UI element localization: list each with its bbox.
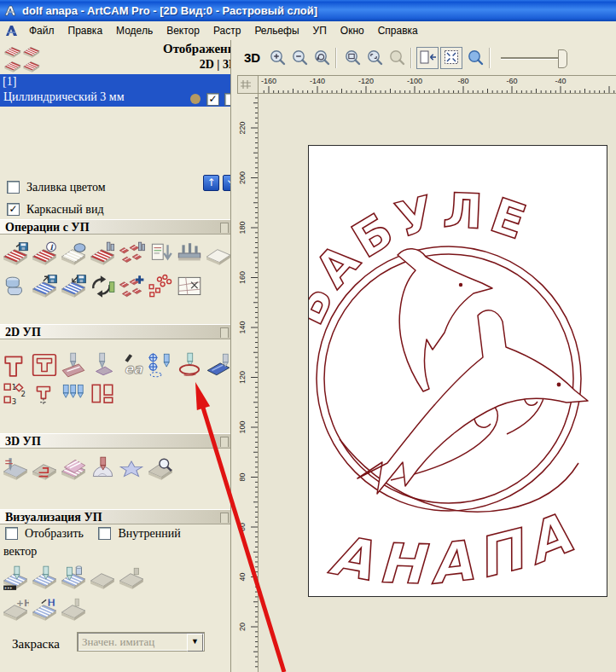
svg-text:40: 40 <box>238 572 247 581</box>
menu-правка[interactable]: Правка <box>61 22 110 39</box>
profile-toolpath-icon[interactable] <box>2 352 29 378</box>
reset-block-icon[interactable] <box>118 565 145 591</box>
menu-уп[interactable]: УП <box>306 22 334 39</box>
layer-color-swatch[interactable] <box>190 94 200 104</box>
toolpath-template-icon[interactable] <box>60 241 87 267</box>
selected-layer-row[interactable]: [1] Циллиндрический 3 мм ✓ <box>0 74 230 107</box>
nest-rectangles-icon[interactable] <box>89 381 116 407</box>
machining-order-icon[interactable]: 123 <box>2 381 29 407</box>
bitmap-layers-icon[interactable] <box>3 42 46 74</box>
section-2d-toolpaths[interactable]: 2D УП <box>0 324 230 339</box>
switch-3d-view-button[interactable]: 3D <box>244 50 260 65</box>
fill-color-checkbox[interactable] <box>7 181 20 194</box>
ruler-origin-box[interactable] <box>237 75 259 94</box>
menu-рельефы[interactable]: Рельефы <box>247 22 305 39</box>
vcarve-icon[interactable] <box>60 352 87 378</box>
load-block-icon[interactable]: +H <box>2 597 29 623</box>
svg-text:20: 20 <box>238 623 247 631</box>
simulate-all-icon[interactable] <box>60 565 87 591</box>
zoom-slider[interactable] <box>501 48 567 68</box>
model-page[interactable]: БАБУЛЕ АНАПА <box>308 145 607 597</box>
shading-combobox[interactable]: Значен. имитац ▼ <box>77 632 205 652</box>
arc-text-bottom: АНАПА <box>325 499 587 596</box>
zoom-selection-icon[interactable] <box>386 48 406 68</box>
visualization-checkboxes: Отобразить Внутренний <box>5 526 181 541</box>
inlay-icon[interactable] <box>205 352 230 378</box>
blank-block-icon[interactable] <box>89 565 116 591</box>
zoom-previous-icon[interactable] <box>311 48 331 68</box>
menu-растр[interactable]: Растр <box>206 22 247 39</box>
zoom-slider-handle[interactable] <box>558 49 567 68</box>
zlevel-roughing-icon[interactable] <box>60 456 87 482</box>
feature-machining-icon[interactable] <box>31 456 58 482</box>
drill-ellipse-icon[interactable] <box>176 352 203 378</box>
zoom-slider-track <box>501 57 561 60</box>
svg-text:2: 2 <box>20 390 25 398</box>
wireframe-checkbox[interactable]: ✓ <box>7 203 20 216</box>
svg-text:60: 60 <box>238 523 247 531</box>
svg-text:▸▸▸: ▸▸▸ <box>4 585 13 590</box>
smart-engrave-icon[interactable]: ea <box>118 352 145 378</box>
snap-fit-icon[interactable] <box>440 47 462 69</box>
section-scroll-mark <box>220 223 229 233</box>
combobox-arrow-icon[interactable]: ▼ <box>187 634 203 652</box>
inner-vector-checkbox[interactable] <box>98 527 111 540</box>
toolpath-points-icon[interactable] <box>147 274 174 299</box>
layers-view-tabs[interactable]: 2D | 3D <box>200 58 230 72</box>
menu-файл[interactable]: Файл <box>22 22 61 39</box>
machine-simulation-icon[interactable] <box>176 241 203 267</box>
material-block-icon[interactable] <box>205 241 230 267</box>
pan-view-icon[interactable] <box>464 48 485 68</box>
zoom-in-icon[interactable] <box>266 48 287 68</box>
bridges-icon[interactable] <box>31 381 58 407</box>
layer-extra-checkbox[interactable] <box>224 93 230 106</box>
toolpath-drawing-icon[interactable] <box>176 274 203 299</box>
show-simulation-checkbox[interactable] <box>5 527 18 540</box>
zoom-out-icon[interactable] <box>288 48 309 68</box>
simulate-quick-icon[interactable] <box>31 565 58 591</box>
drawing-area[interactable]: БАБУЛЕ АНАПА <box>259 94 616 672</box>
menu-модель[interactable]: Модель <box>109 22 160 39</box>
fill-color-row: Заливка цветом <box>7 180 106 194</box>
zoom-window-icon[interactable] <box>341 48 362 68</box>
multi-drill-icon[interactable] <box>60 381 87 407</box>
svg-text:1: 1 <box>12 383 16 391</box>
section-toolpath-visualization[interactable]: Визуализация УП <box>0 509 230 524</box>
toolpath-notes-icon[interactable] <box>147 241 174 267</box>
area-clearance-icon[interactable] <box>31 352 58 378</box>
menu-справка[interactable]: Справка <box>371 22 425 39</box>
tool-holder-icon[interactable] <box>2 274 29 299</box>
save-block-h-icon[interactable]: H <box>31 597 58 623</box>
toolpath-transform-icon[interactable] <box>89 274 116 299</box>
menu-окно[interactable]: Окно <box>334 22 371 39</box>
layer-name: Циллиндрический 3 мм <box>3 90 125 104</box>
drill-centers-icon[interactable] <box>147 352 174 378</box>
snap-left-icon[interactable] <box>416 47 439 69</box>
toolpath-batch-icon[interactable] <box>118 241 145 267</box>
svg-text:-80: -80 <box>457 77 468 85</box>
move-up-button[interactable]: ↑ <box>203 175 219 191</box>
toolpath-save-icon[interactable] <box>2 241 29 267</box>
star-stencil-icon[interactable] <box>118 456 145 482</box>
zoom-fit-icon[interactable] <box>363 48 384 68</box>
move-down-button[interactable]: ↘ <box>223 175 230 191</box>
app-icon <box>3 4 17 18</box>
assistant-panel: Отображение 2D | 3D [1] Циллиндрический … <box>0 40 230 672</box>
svg-text:120: 120 <box>238 371 247 384</box>
carve-dome-icon[interactable] <box>89 456 116 482</box>
toolpath-import-icon[interactable] <box>60 274 87 299</box>
delete-block-icon[interactable] <box>60 597 87 623</box>
machine-relief-icon[interactable] <box>2 456 29 482</box>
simulate-relief-icon[interactable] <box>147 456 174 482</box>
toolpath-summary-icon[interactable]: i <box>31 241 58 267</box>
toolpath-copy-add-icon[interactable] <box>118 274 145 299</box>
layer-visible-checkbox[interactable]: ✓ <box>206 93 219 106</box>
section-toolpath-operations[interactable]: Операции с УП <box>0 219 230 235</box>
svg-text:-140: -140 <box>310 77 325 85</box>
simulate-toolpath-icon[interactable]: ▸▸▸ <box>2 565 29 591</box>
engrave-wedge-icon[interactable] <box>89 352 116 378</box>
menu-вектор[interactable]: Вектор <box>160 22 206 39</box>
toolpath-merge-icon[interactable] <box>89 241 116 267</box>
toolpath-export-icon[interactable] <box>31 274 58 299</box>
section-3d-toolpaths[interactable]: 3D УП <box>0 433 230 449</box>
